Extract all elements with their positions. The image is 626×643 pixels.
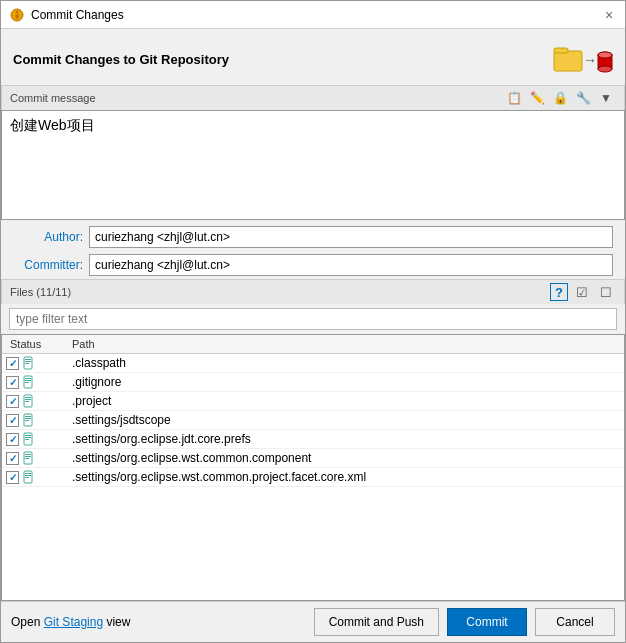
row-checkbox[interactable] (6, 357, 19, 370)
svg-rect-2 (16, 14, 19, 18)
title-bar-text: Commit Changes (31, 8, 601, 22)
files-table-container: Status Path (1, 334, 625, 601)
row-path: .settings/org.eclipse.wst.common.project… (72, 470, 624, 484)
row-path: .project (72, 394, 624, 408)
close-button[interactable]: × (601, 7, 617, 23)
svg-rect-27 (25, 435, 31, 436)
svg-rect-25 (25, 420, 29, 421)
header-icon: → (553, 39, 613, 79)
files-table-header: Status Path (2, 335, 624, 354)
svg-rect-37 (25, 477, 29, 478)
table-row: .gitignore (2, 373, 624, 392)
table-row: .settings/org.eclipse.wst.common.project… (2, 468, 624, 487)
svg-rect-20 (25, 399, 31, 400)
committer-label: Committer: (13, 258, 83, 272)
svg-point-1 (16, 10, 19, 13)
author-label: Author: (13, 230, 83, 244)
svg-rect-32 (25, 456, 31, 457)
spell-icon-button[interactable]: 🔧 (573, 89, 593, 107)
files-count-label: Files (11/11) (10, 286, 71, 298)
svg-rect-11 (25, 359, 31, 360)
dialog-header: Commit Changes to Git Repository → (1, 29, 625, 85)
row-checkbox[interactable] (6, 471, 19, 484)
svg-rect-23 (25, 416, 31, 417)
help-icon-button[interactable]: ? (550, 283, 568, 301)
row-checkbox[interactable] (6, 395, 19, 408)
svg-rect-21 (25, 401, 29, 402)
git-staging-link[interactable]: Git Staging (44, 615, 103, 629)
svg-rect-33 (25, 458, 29, 459)
svg-rect-28 (25, 437, 31, 438)
svg-point-8 (598, 66, 612, 72)
row-checkbox[interactable] (6, 376, 19, 389)
svg-rect-36 (25, 475, 31, 476)
git-staging-text: Open Git Staging view (11, 615, 306, 629)
svg-text:→: → (583, 52, 597, 68)
svg-rect-15 (25, 378, 31, 379)
row-status (2, 375, 72, 389)
path-column-header: Path (72, 338, 624, 350)
status-column-header: Status (2, 338, 72, 350)
paste-icon-button[interactable]: 📋 (504, 89, 524, 107)
author-row: Author: (1, 223, 625, 251)
commit-button[interactable]: Commit (447, 608, 527, 636)
svg-rect-4 (554, 48, 568, 53)
file-icon (22, 375, 36, 389)
lock-icon-button[interactable]: 🔒 (550, 89, 570, 107)
svg-rect-13 (25, 363, 29, 364)
commit-message-input[interactable]: 创建Web项目 (1, 110, 625, 220)
uncheck-all-icon-button[interactable]: ☐ (596, 283, 616, 301)
file-icon (22, 470, 36, 484)
svg-rect-35 (25, 473, 31, 474)
svg-rect-29 (25, 439, 29, 440)
svg-rect-3 (554, 51, 582, 71)
files-toolbar: ? ☑ ☐ (550, 283, 616, 301)
cancel-button[interactable]: Cancel (535, 608, 615, 636)
dropdown-icon-button[interactable]: ▼ (596, 89, 616, 107)
row-checkbox[interactable] (6, 414, 19, 427)
commit-message-label: Commit message 📋 ✏️ 🔒 🔧 ▼ (1, 85, 625, 110)
file-icon (22, 356, 36, 370)
row-path: .settings/jsdtscope (72, 413, 624, 427)
row-path: .classpath (72, 356, 624, 370)
edit-icon-button[interactable]: ✏️ (527, 89, 547, 107)
table-row: .project (2, 392, 624, 411)
filter-wrapper (1, 304, 625, 334)
svg-rect-17 (25, 382, 29, 383)
table-row: .settings/org.eclipse.wst.common.compone… (2, 449, 624, 468)
row-path: .settings/org.eclipse.wst.common.compone… (72, 451, 624, 465)
row-checkbox[interactable] (6, 452, 19, 465)
author-input[interactable] (89, 226, 613, 248)
title-bar: Commit Changes × (1, 1, 625, 29)
svg-rect-24 (25, 418, 31, 419)
filter-input[interactable] (9, 308, 617, 330)
check-all-icon-button[interactable]: ☑ (572, 283, 592, 301)
file-icon (22, 413, 36, 427)
committer-row: Committer: (1, 251, 625, 279)
table-row: .settings/org.eclipse.jdt.core.prefs (2, 430, 624, 449)
committer-input[interactable] (89, 254, 613, 276)
svg-rect-19 (25, 397, 31, 398)
svg-rect-31 (25, 454, 31, 455)
row-status (2, 413, 72, 427)
row-status (2, 470, 72, 484)
files-section: Files (11/11) ? ☑ ☐ Status Path (1, 279, 625, 601)
bottom-bar: Open Git Staging view Commit and Push Co… (1, 601, 625, 642)
row-checkbox[interactable] (6, 433, 19, 446)
file-icon (22, 451, 36, 465)
dialog-icon (9, 7, 25, 23)
commit-message-toolbar: 📋 ✏️ 🔒 🔧 ▼ (504, 89, 616, 107)
row-status (2, 394, 72, 408)
svg-rect-12 (25, 361, 31, 362)
commit-dialog: Commit Changes × Commit Changes to Git R… (0, 0, 626, 643)
row-path: .settings/org.eclipse.jdt.core.prefs (72, 432, 624, 446)
row-status (2, 451, 72, 465)
commit-and-push-button[interactable]: Commit and Push (314, 608, 439, 636)
table-row: .settings/jsdtscope (2, 411, 624, 430)
files-header: Files (11/11) ? ☑ ☐ (1, 279, 625, 304)
file-icon (22, 432, 36, 446)
dialog-header-title: Commit Changes to Git Repository (13, 52, 229, 67)
commit-message-section: Commit message 📋 ✏️ 🔒 🔧 ▼ 创建Web项目 (1, 85, 625, 223)
svg-point-9 (598, 52, 612, 58)
files-list: Status Path (2, 335, 624, 600)
